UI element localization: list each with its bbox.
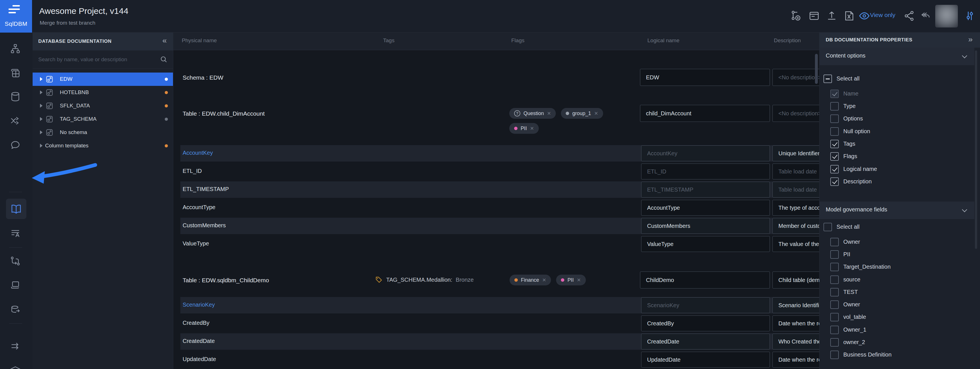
checkbox[interactable] <box>830 165 839 173</box>
description-input[interactable]: The type of account <box>772 200 819 216</box>
select-all-checkbox-row[interactable]: Select all <box>819 73 980 85</box>
expand-caret-icon[interactable] <box>40 104 43 108</box>
checkbox[interactable] <box>830 288 839 296</box>
checkbox-row-flags[interactable]: Flags <box>819 151 980 162</box>
description-input[interactable]: Scenario Identifier <box>772 297 819 313</box>
checkbox[interactable] <box>830 102 839 111</box>
column-row[interactable]: CustomMembers CustomMembers Member of cu… <box>180 218 819 234</box>
flag-chip-group1[interactable]: group_1✕ <box>561 108 603 119</box>
collapse-panel-icon[interactable]: « <box>162 36 167 45</box>
description-input[interactable]: <No description> <box>772 105 819 122</box>
column-row[interactable]: ETL_TIMESTAMP ETL_TIMESTAMP Table load d… <box>180 181 819 198</box>
diagram-icon[interactable] <box>10 43 21 54</box>
section-model-governance[interactable]: Model governance fields <box>819 202 974 219</box>
physical-name[interactable]: ValueType <box>183 240 209 247</box>
checkbox[interactable] <box>830 263 839 271</box>
forward-arrows-icon[interactable] <box>10 340 21 352</box>
expand-caret-icon[interactable] <box>40 117 43 121</box>
physical-name[interactable]: AccountKey <box>183 150 213 156</box>
main-scrollbar[interactable] <box>815 54 818 84</box>
physical-name[interactable]: CreatedDate <box>183 338 215 344</box>
logical-name-input[interactable]: AccountType <box>641 200 770 216</box>
logical-name-input[interactable]: ChildDemo <box>640 272 770 288</box>
select-all-checkbox-row[interactable]: Select all <box>819 222 980 233</box>
column-row[interactable]: ValueType ValueType The value of the acc… <box>180 236 819 252</box>
table2-tag[interactable]: TAG_SCHEMA.Medallion: Bronze <box>375 276 474 284</box>
physical-name[interactable]: AccountType <box>183 204 215 211</box>
checkbox[interactable] <box>830 89 839 98</box>
tree-item-tag-schema[interactable]: TAG_SCHEMA <box>33 113 173 126</box>
description-input[interactable]: Child table (demo) <box>772 272 819 288</box>
text-format-icon[interactable] <box>10 228 21 239</box>
sqldbm-logo[interactable]: SqlDBM <box>0 0 32 33</box>
physical-name[interactable]: UpdatedDate <box>183 356 216 363</box>
checkbox-row-name[interactable]: Name <box>819 88 980 100</box>
remove-icon[interactable]: ✕ <box>547 111 551 116</box>
description-input[interactable]: Member of custom group <box>772 218 819 234</box>
checkbox-row-owner-2[interactable]: owner_2 <box>819 337 980 348</box>
excel-export-icon[interactable] <box>843 10 856 22</box>
logical-name-input[interactable]: EDW <box>640 69 770 86</box>
checkbox[interactable] <box>830 351 839 359</box>
column-row[interactable]: AccountType AccountType The type of acco… <box>180 199 819 216</box>
remove-icon[interactable]: ✕ <box>594 111 598 116</box>
physical-name[interactable]: ScenarioKey <box>183 302 215 308</box>
logical-name-input[interactable]: CustomMembers <box>641 218 770 234</box>
logical-name-input[interactable]: UpdatedDate <box>641 352 770 367</box>
remove-icon[interactable]: ✕ <box>542 277 546 283</box>
checkbox-row-owner-1[interactable]: Owner_1 <box>819 324 980 336</box>
logical-name-input[interactable]: ScenarioKey <box>641 297 770 313</box>
checkbox-row-logical-name[interactable]: Logical name <box>819 164 980 175</box>
description-input[interactable]: Table load date <box>772 164 819 180</box>
documentation-active-bg[interactable] <box>6 199 26 219</box>
column-row[interactable]: CreatedBy CreatedBy Date when the record <box>180 315 819 332</box>
checkbox-row-null-option[interactable]: Null option <box>819 126 980 137</box>
checkbox[interactable] <box>830 177 839 186</box>
remove-icon[interactable]: ✕ <box>577 277 581 283</box>
physical-name[interactable]: CreatedBy <box>183 320 210 326</box>
tree-item-edw[interactable]: EDW <box>33 73 173 86</box>
checkbox-row-vol-table[interactable]: vol_table <box>819 312 980 323</box>
checkbox[interactable] <box>830 301 839 309</box>
checkbox-row-pii[interactable]: PII <box>819 249 980 261</box>
logical-name-input[interactable]: child_DimAccount <box>640 105 770 122</box>
checkbox[interactable] <box>830 115 839 123</box>
logical-name-input[interactable]: ETL_ID <box>641 164 770 180</box>
tree-item-hotelbnb[interactable]: HOTELBNB <box>33 86 173 99</box>
column-row[interactable]: AccountKey AccountKey Unique Identifier … <box>180 145 819 162</box>
checkbox-row-target-destination[interactable]: Target_Destination <box>819 262 980 273</box>
column-row[interactable]: CreatedDate CreatedDate Who Created the … <box>180 333 819 350</box>
checkbox-row-tags[interactable]: Tags <box>819 138 980 150</box>
description-input[interactable]: The value of the account <box>772 236 819 252</box>
checkbox-row-test[interactable]: TEST <box>819 287 980 298</box>
view-only-label[interactable]: View only <box>870 12 896 18</box>
checkbox-row-source[interactable]: source <box>819 274 980 286</box>
checkbox[interactable] <box>830 140 839 148</box>
expand-caret-icon[interactable] <box>40 91 43 94</box>
expand-panel-icon[interactable]: » <box>968 35 973 44</box>
logical-name-input[interactable]: ETL_TIMESTAMP <box>641 182 770 197</box>
share-icon[interactable] <box>903 10 916 22</box>
description-input[interactable]: Date when the record <box>772 352 819 367</box>
description-input[interactable]: Table load date <box>772 182 819 197</box>
add-relationship-icon[interactable] <box>790 10 802 22</box>
comments-icon[interactable] <box>10 139 21 151</box>
checkbox[interactable] <box>830 250 839 259</box>
flag-chip-finance[interactable]: Finance✕ <box>509 275 551 285</box>
remove-icon[interactable]: ✕ <box>530 126 534 132</box>
checkbox[interactable] <box>830 275 839 284</box>
description-input[interactable]: Unique Identifier of Account <box>772 145 819 161</box>
physical-name[interactable]: ETL_TIMESTAMP <box>183 186 229 192</box>
logical-name-input[interactable]: CreatedDate <box>641 334 770 350</box>
laptop-icon[interactable] <box>10 280 21 291</box>
checkbox[interactable] <box>824 223 832 231</box>
physical-name[interactable]: CustomMembers <box>183 222 226 229</box>
flag-chip-pii[interactable]: PII✕ <box>509 123 539 134</box>
layers-icon[interactable] <box>10 364 21 369</box>
checkbox[interactable] <box>830 127 839 136</box>
tree-item-sflk-data[interactable]: SFLK_DATA <box>33 99 173 113</box>
column-row[interactable]: UpdatedDate UpdatedDate Date when the re… <box>180 352 819 368</box>
tables-icon[interactable] <box>10 67 21 79</box>
logical-name-input[interactable]: ValueType <box>641 236 770 252</box>
logical-name-input[interactable]: AccountKey <box>641 145 770 161</box>
